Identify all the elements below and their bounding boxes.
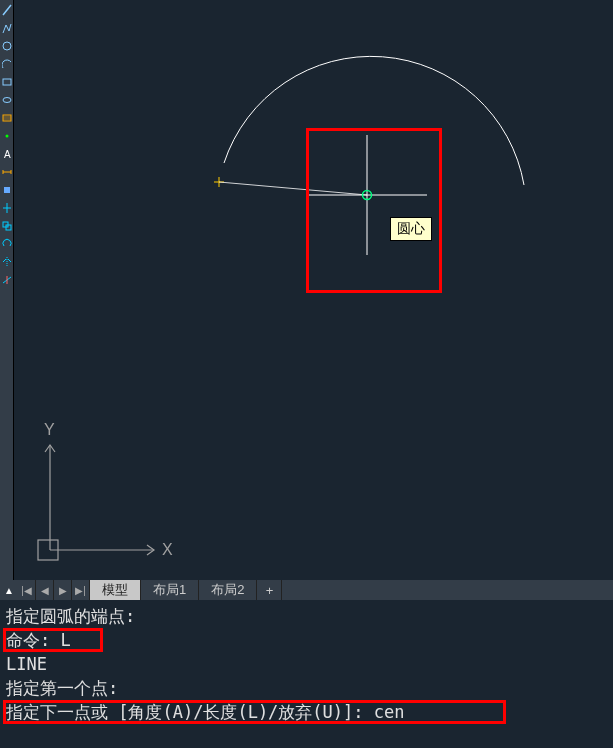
tool-trim[interactable] xyxy=(1,272,13,288)
tool-copy[interactable] xyxy=(1,218,13,234)
arc-entity[interactable] xyxy=(224,56,524,185)
svg-line-0 xyxy=(3,5,11,15)
tool-hatch[interactable] xyxy=(1,110,13,126)
svg-point-1 xyxy=(3,42,11,50)
vertical-toolbar: A xyxy=(0,0,14,580)
svg-rect-2 xyxy=(3,79,11,85)
tool-arc[interactable] xyxy=(1,56,13,72)
tab-layout1[interactable]: 布局1 xyxy=(141,580,199,600)
tab-nav-first[interactable]: |◀ xyxy=(18,580,36,600)
svg-rect-4 xyxy=(3,115,11,121)
tool-text[interactable]: A xyxy=(1,146,13,162)
tab-model[interactable]: 模型 xyxy=(90,580,141,600)
tool-polyline[interactable] xyxy=(1,20,13,36)
cmd-history-1: 指定圆弧的端点: xyxy=(6,604,607,628)
osnap-tooltip: 圆心 xyxy=(390,217,432,241)
tool-rect[interactable] xyxy=(1,74,13,90)
ucs-y-label: Y xyxy=(44,421,55,438)
tool-move[interactable] xyxy=(1,200,13,216)
layout-tabs: ▲ |◀ ◀ ▶ ▶| 模型 布局1 布局2 + xyxy=(0,580,613,600)
rubber-line xyxy=(219,182,367,195)
tool-ellipse[interactable] xyxy=(1,92,13,108)
tool-line[interactable] xyxy=(1,2,13,18)
svg-point-3 xyxy=(3,98,11,103)
cmd-input-line[interactable]: 指定下一点或 [角度(A)/长度(L)/放弃(U)]: cen xyxy=(6,700,607,724)
toggle-command-palette[interactable]: ▲ xyxy=(0,580,18,600)
svg-rect-12 xyxy=(4,187,10,193)
tool-point[interactable] xyxy=(1,128,13,144)
cmd-history-3: LINE xyxy=(6,652,607,676)
command-window[interactable]: 指定圆弧的端点: 命令: L LINE 指定第一个点: 指定下一点或 [角度(A… xyxy=(0,600,613,748)
ucs-icon: X Y xyxy=(38,421,173,560)
svg-point-7 xyxy=(5,135,8,138)
tool-block[interactable] xyxy=(1,182,13,198)
cmd-history-2: 命令: L xyxy=(6,628,607,652)
tab-nav-last[interactable]: ▶| xyxy=(72,580,90,600)
cmd-history-4: 指定第一个点: xyxy=(6,676,607,700)
tool-rotate[interactable] xyxy=(1,236,13,252)
tab-layout2[interactable]: 布局2 xyxy=(199,580,257,600)
tool-circle[interactable] xyxy=(1,38,13,54)
ucs-x-label: X xyxy=(162,541,173,558)
tab-nav-prev[interactable]: ◀ xyxy=(36,580,54,600)
tool-dim[interactable] xyxy=(1,164,13,180)
tool-mirror[interactable] xyxy=(1,254,13,270)
svg-text:A: A xyxy=(4,149,11,160)
drawing-canvas[interactable]: X Y 圆心 xyxy=(14,0,613,580)
tab-nav-next[interactable]: ▶ xyxy=(54,580,72,600)
tab-add[interactable]: + xyxy=(257,580,282,600)
